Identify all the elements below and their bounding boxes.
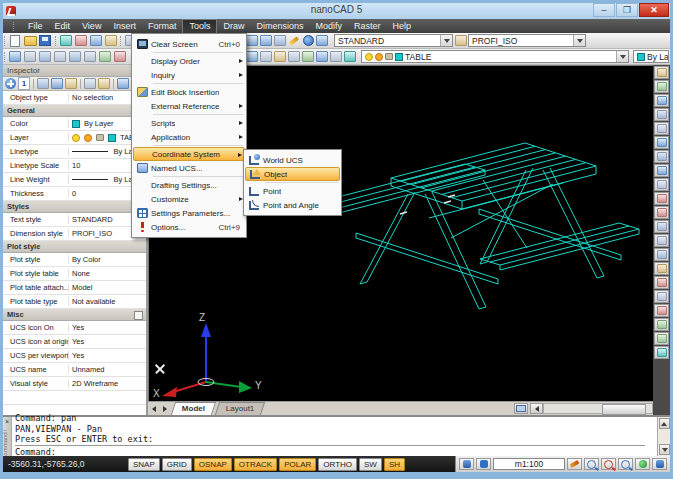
otrack-icon[interactable]: [83, 50, 97, 63]
regen-icon[interactable]: [635, 458, 650, 470]
copy-properties-icon[interactable]: [37, 78, 49, 89]
settings-prop-icon[interactable]: [117, 78, 129, 89]
paper-space-icon[interactable]: [459, 458, 474, 470]
menu-file[interactable]: File: [22, 20, 49, 33]
menu-item-clear-screen[interactable]: Clear ScreenCtrl+0: [133, 37, 245, 51]
osnap-icon[interactable]: [113, 50, 127, 63]
toggle-snap[interactable]: SNAP: [128, 458, 160, 471]
toggle-osnap[interactable]: OSNAP: [194, 458, 232, 471]
menu-item-display-order[interactable]: Display Order: [133, 54, 245, 68]
menu-modify[interactable]: Modify: [309, 20, 348, 33]
menu-item-named-ucs[interactable]: Named UCS...: [133, 161, 245, 175]
array-tool-icon[interactable]: [654, 206, 669, 220]
toggle-sh[interactable]: SH: [384, 458, 405, 471]
menu-format[interactable]: Format: [142, 20, 183, 33]
section-styles[interactable]: Styles: [3, 201, 146, 213]
menu-item-options[interactable]: Options...Ctrl+9: [133, 220, 245, 234]
close-button[interactable]: ✕: [639, 3, 669, 17]
property-row[interactable]: Plot styleBy Color: [3, 253, 146, 267]
zoom-extents-icon[interactable]: [618, 458, 633, 470]
draw-polyline-icon[interactable]: [654, 80, 669, 94]
section-plot-style[interactable]: Plot style: [3, 241, 146, 253]
explode-tool-icon[interactable]: [654, 290, 669, 304]
property-row[interactable]: UCS per viewportYes: [3, 349, 146, 363]
property-row[interactable]: UCS nameUnnamed: [3, 363, 146, 377]
menu-draw[interactable]: Draw: [217, 20, 250, 33]
offset-tool-icon[interactable]: [654, 192, 669, 206]
property-row[interactable]: LayerTABLE: [3, 131, 146, 145]
polar-icon[interactable]: [98, 50, 112, 63]
property-row[interactable]: LinetypeBy Layer: [3, 145, 146, 159]
property-row[interactable]: Line WeightBy Layer: [3, 173, 146, 187]
menu-tools[interactable]: Tools: [182, 19, 217, 33]
text-style-combo[interactable]: STANDARD: [334, 34, 453, 47]
undo-icon[interactable]: [89, 34, 103, 47]
layer-lock-icon[interactable]: [301, 50, 315, 63]
dimension-style-combo[interactable]: PROFI_ISO: [468, 34, 586, 47]
property-row[interactable]: Plot table attach...Model: [3, 281, 146, 295]
property-row[interactable]: UCS icon OnYes: [3, 321, 146, 335]
select-icon[interactable]: [8, 50, 22, 63]
pan-tool-icon[interactable]: [273, 34, 287, 47]
ortho-icon[interactable]: [68, 50, 82, 63]
chamfer-tool-icon[interactable]: [654, 276, 669, 290]
toggle-otrack[interactable]: OTRACK: [234, 458, 277, 471]
zoom-realtime-icon[interactable]: [245, 34, 259, 47]
zoom-in-icon[interactable]: [584, 458, 599, 470]
model-space-icon[interactable]: [476, 458, 491, 470]
chevron-down-icon[interactable]: [616, 51, 628, 62]
add-selection-icon[interactable]: [5, 78, 16, 89]
maximize-button[interactable]: ❐: [616, 3, 638, 17]
menu-item-customize[interactable]: Customize: [133, 192, 245, 206]
draw-hatch-icon[interactable]: [654, 122, 669, 136]
dimension-style-icon[interactable]: [454, 34, 468, 47]
fullscreen-icon[interactable]: [652, 458, 667, 470]
move-tool-icon[interactable]: [654, 136, 669, 150]
layer-states-icon[interactable]: [259, 50, 273, 63]
property-row[interactable]: Object typeNo selection: [3, 91, 146, 105]
zoom-window-icon[interactable]: [259, 34, 273, 47]
menu-item-inquiry[interactable]: Inquiry: [133, 68, 245, 82]
redo-prop-icon[interactable]: [98, 78, 110, 89]
trim-tool-icon[interactable]: [654, 234, 669, 248]
save-file-icon[interactable]: [38, 34, 52, 47]
collapse-icon[interactable]: [134, 311, 143, 320]
web-help-icon[interactable]: [301, 34, 315, 47]
submenu-item-world-ucs[interactable]: World UCS: [245, 153, 340, 167]
menu-view[interactable]: View: [76, 20, 107, 33]
undo-prop-icon[interactable]: [84, 78, 96, 89]
draw-line-icon[interactable]: [654, 66, 669, 80]
snap-settings-icon[interactable]: [23, 50, 37, 63]
chevron-down-icon[interactable]: [440, 35, 452, 46]
menu-item-application[interactable]: Application: [133, 130, 245, 144]
layer-freeze-icon[interactable]: [287, 50, 301, 63]
pencil-tool-icon[interactable]: [287, 34, 301, 47]
measure-icon[interactable]: [38, 50, 52, 63]
stretch-tool-icon[interactable]: [654, 220, 669, 234]
calculator-icon[interactable]: [65, 78, 77, 89]
toggle-polar[interactable]: POLAR: [279, 458, 316, 471]
submenu-item-point-and-angle[interactable]: Point and Angle: [245, 198, 340, 212]
layer-combo[interactable]: TABLE: [361, 50, 629, 63]
menu-item-external-reference[interactable]: External Reference: [133, 99, 245, 113]
copy-tool-icon[interactable]: [654, 164, 669, 178]
menu-item-settings-parameters[interactable]: Settings Parameters...: [133, 206, 245, 220]
property-row[interactable]: Plot style tableNone: [3, 267, 146, 281]
erase-tool-icon[interactable]: [654, 318, 669, 332]
scale-tool-icon[interactable]: [654, 304, 669, 318]
break-tool-icon[interactable]: [654, 332, 669, 346]
color-combo[interactable]: By Layer: [633, 50, 669, 63]
property-row[interactable]: Text styleSTANDARD: [3, 213, 146, 227]
toggle-ortho[interactable]: ORTHO: [318, 458, 357, 471]
section-general[interactable]: General: [3, 105, 146, 117]
property-row[interactable]: UCS icon at originYes: [3, 335, 146, 349]
menu-item-drafting-settings[interactable]: Drafting Settings...: [133, 178, 245, 192]
command-window[interactable]: × Command line Command: panPAN,VIEWPAN -…: [3, 415, 670, 456]
property-row[interactable]: ColorBy Layer: [3, 117, 146, 131]
submenu-item-point[interactable]: Point: [245, 184, 340, 198]
section-misc[interactable]: Misc: [3, 309, 146, 321]
menu-raster[interactable]: Raster: [348, 20, 387, 33]
menu-dimensions[interactable]: Dimensions: [250, 20, 309, 33]
draw-circle-icon[interactable]: [654, 94, 669, 108]
grid-icon[interactable]: [53, 50, 67, 63]
